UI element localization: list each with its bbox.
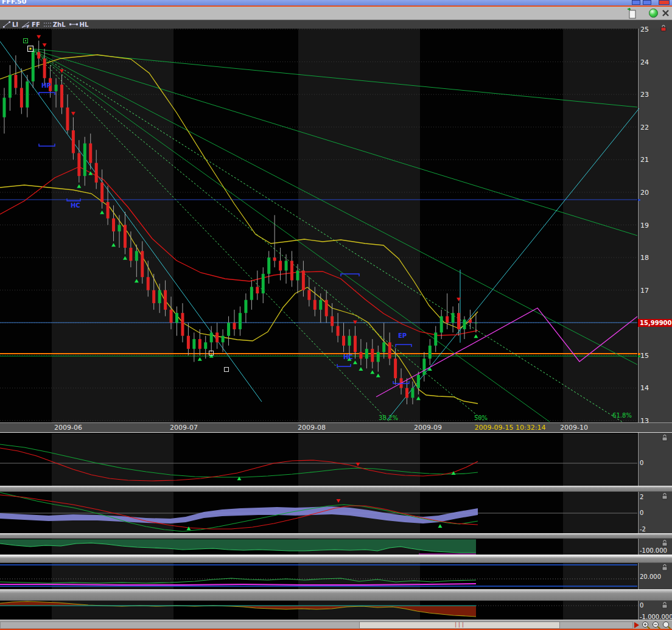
drawing-tools-bar: LI F FF ZhL HL [0,20,672,29]
candle-body [365,349,368,359]
tool-label: ZhL [53,21,66,28]
candle-body [267,257,270,274]
drawing-handle-dot [30,48,32,50]
status-sphere-icon[interactable] [649,9,658,18]
panel-separator[interactable] [0,533,672,539]
tool-trendline[interactable]: LI [2,21,18,28]
annotation-bracket [39,93,55,95]
candle-body [325,300,328,317]
candle-body [313,300,317,310]
annotation-label: EP [398,332,407,339]
candle-body [469,320,472,323]
month-band [52,539,173,556]
annotation-label: HP [41,82,51,89]
candle-body [302,271,305,290]
tool-fib-fan[interactable]: F FF [21,21,40,28]
candle-body [89,144,92,163]
candle-body [371,349,374,362]
buy-marker [428,367,432,371]
buy-marker [88,171,93,175]
window-titlebar[interactable]: FFF.50 [0,0,672,5]
chart-background [0,29,637,422]
candle-body [452,313,455,323]
month-band [298,601,420,620]
candle-body [279,261,282,270]
candle-body [244,300,247,313]
tool-dotted-channel[interactable]: ZhL [43,21,66,28]
maximize-button[interactable] [643,0,651,5]
fib-fan-ray [30,49,637,236]
export-page-icon[interactable] [627,8,637,19]
drawing-handle[interactable] [24,39,28,43]
sell-marker [353,321,357,324]
tool-hline-segment[interactable]: HL [69,21,89,28]
candle-body [285,261,288,270]
panel-buy-marker [187,527,191,530]
buy-marker [100,211,104,214]
month-band [298,29,420,422]
dotted-channel-icon [43,21,52,28]
candle-body [210,332,213,342]
candle-body [95,163,98,183]
month-band [298,492,420,533]
candle-body [457,313,460,329]
candle-body [463,320,466,329]
month-band [563,539,637,556]
trading-app-window: FFF.50 LI [0,0,672,630]
annotation-bracket [337,364,351,366]
candle-body [3,98,6,117]
annotation-bracket [396,345,411,347]
sell-marker [71,112,75,116]
minimize-button[interactable] [632,0,640,5]
candle-body [118,225,121,232]
panel-separator[interactable] [0,486,672,492]
panel-buy-marker [438,524,443,528]
tool-label: FF [32,21,40,28]
panel-buy-marker [452,471,456,475]
candle-body [307,290,310,300]
candle-body [290,261,293,280]
candle-body [49,78,52,91]
buy-marker [198,357,202,361]
drawing-handle[interactable] [225,368,229,372]
panel-separator[interactable] [0,556,672,563]
chart-background [0,433,637,486]
scrollbar-thumb[interactable]: ||| [359,621,560,629]
buy-marker [135,279,139,282]
candle-body [14,75,17,88]
drawing-handle[interactable] [28,46,33,52]
zigzag-line [376,308,637,397]
chart-background [0,539,637,556]
candle-body [422,359,425,375]
close-chart-icon[interactable] [661,9,670,18]
scroll-right-button[interactable] [634,622,639,628]
close-window-button[interactable] [659,0,670,5]
time-axis[interactable] [0,422,672,433]
drawing-handle[interactable] [209,351,214,355]
candle-body [141,251,144,277]
candle-body [446,317,449,323]
candle-body [66,108,69,131]
candle-body [198,339,201,349]
candle-body [152,290,155,303]
fib-fan-ray [30,49,550,422]
candle-body [394,359,397,378]
candle-body [377,352,380,362]
trendline-icon [2,21,11,28]
tool-label: LI [12,21,18,28]
candle-body [359,352,362,359]
fib-fan-icon: F [21,21,30,28]
candle-body [429,346,432,359]
candle-body [331,317,334,326]
hline-segment-icon [69,21,79,27]
panel1-green-line [0,444,478,477]
panel-separator[interactable] [0,589,672,601]
candle-body [187,336,190,349]
svg-text:F: F [27,24,29,28]
candle-body [354,336,357,352]
panel4-green-line [0,578,476,583]
annotation-bracket [39,144,55,146]
candle-body [239,313,242,329]
moving-average-line [0,167,478,335]
panel2-band [0,506,478,523]
